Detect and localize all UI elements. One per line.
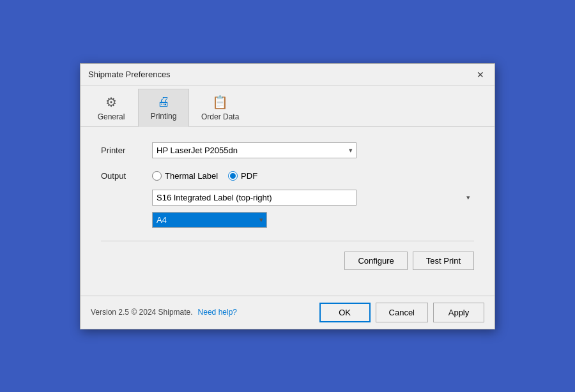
footer: Version 2.5 © 2024 Shipmate. Need help? … — [80, 296, 494, 329]
output-label: Output — [101, 171, 152, 181]
output-row: Output Thermal Label PDF — [101, 171, 474, 181]
footer-left: Version 2.5 © 2024 Shipmate. Need help? — [91, 308, 237, 317]
action-buttons-row: Configure Test Print — [101, 252, 474, 280]
footer-buttons: OK Cancel Apply — [319, 303, 484, 322]
preferences-dialog: Shipmate Preferences ✕ ⚙ General 🖨 Print… — [80, 63, 495, 329]
ok-button[interactable]: OK — [319, 303, 371, 322]
order-data-icon: 📋 — [212, 94, 228, 110]
printer-control: HP LaserJet P2055dn — [152, 142, 474, 158]
paper-select[interactable]: A4 — [152, 212, 267, 228]
pdf-label-text: PDF — [241, 171, 257, 181]
title-bar: Shipmate Preferences ✕ — [80, 64, 494, 86]
tab-printing[interactable]: 🖨 Printing — [138, 89, 189, 127]
cancel-button[interactable]: Cancel — [376, 303, 428, 322]
tab-general[interactable]: ⚙ General — [86, 89, 137, 126]
content-area: Printer HP LaserJet P2055dn Output Therm… — [80, 127, 494, 296]
printer-select-wrapper: HP LaserJet P2055dn — [152, 142, 356, 158]
integrated-label-select[interactable]: S16 Integrated Label (top-right) — [152, 190, 356, 206]
output-radio-group: Thermal Label PDF — [152, 171, 474, 181]
tab-general-label: General — [98, 112, 125, 121]
paper-select-wrapper: A4 — [152, 212, 474, 228]
pdf-option[interactable]: PDF — [228, 171, 257, 181]
tab-bar: ⚙ General 🖨 Printing 📋 Order Data — [80, 86, 494, 127]
paper-dropdown-wrapper: A4 — [152, 212, 267, 228]
tab-order-data[interactable]: 📋 Order Data — [190, 89, 250, 126]
printer-select[interactable]: HP LaserJet P2055dn — [152, 142, 356, 158]
close-button[interactable]: ✕ — [474, 69, 487, 80]
version-text: Version 2.5 © 2024 Shipmate. — [91, 308, 193, 317]
test-print-button[interactable]: Test Print — [413, 252, 474, 270]
pdf-radio[interactable] — [228, 171, 238, 181]
thermal-radio[interactable] — [152, 171, 162, 181]
thermal-label-text: Thermal Label — [165, 171, 218, 181]
general-icon: ⚙ — [105, 94, 117, 110]
printing-icon: 🖨 — [157, 94, 170, 109]
printer-label: Printer — [101, 146, 152, 155]
printer-row: Printer HP LaserJet P2055dn — [101, 142, 474, 158]
dialog-title: Shipmate Preferences — [88, 70, 171, 79]
tab-order-data-label: Order Data — [201, 112, 239, 121]
tab-printing-label: Printing — [151, 112, 177, 121]
apply-button[interactable]: Apply — [433, 303, 484, 322]
sub-selects-area: S16 Integrated Label (top-right) A4 — [152, 190, 474, 228]
thermal-label-option[interactable]: Thermal Label — [152, 171, 218, 181]
need-help-link[interactable]: Need help? — [198, 308, 237, 317]
configure-button[interactable]: Configure — [344, 252, 407, 270]
separator-line — [101, 241, 474, 241]
integrated-label-wrapper: S16 Integrated Label (top-right) — [152, 190, 474, 206]
